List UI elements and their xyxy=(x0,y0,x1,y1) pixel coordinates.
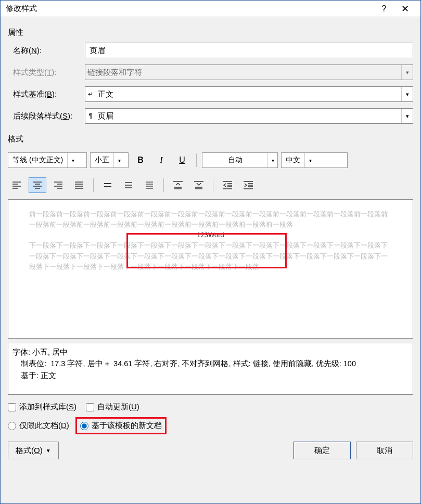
align-left-button[interactable] xyxy=(8,177,25,193)
following-style-combo[interactable]: ¶ 页眉 ▾ xyxy=(85,108,413,124)
font-size-value: 小五 xyxy=(91,156,113,165)
paragraph-icon: ↵ xyxy=(85,91,96,98)
auto-update-input[interactable] xyxy=(86,403,94,411)
indent-decrease-button[interactable] xyxy=(219,177,236,193)
line-spacing-1-button[interactable] xyxy=(99,177,117,193)
indent-decrease-icon xyxy=(222,180,233,190)
preview-sample-text: 123Word xyxy=(29,230,392,240)
style-preview: 前一段落前一段落前一段落前一段落前一段落前一段落前一段落前一段落前一段落前一段落… xyxy=(8,199,413,339)
linked-style-icon: ¶ xyxy=(85,112,96,120)
add-to-gallery-label: 添加到样式库(S) xyxy=(19,402,76,412)
underline-button[interactable]: U xyxy=(173,152,191,168)
format-toolbar-2 xyxy=(8,177,413,193)
style-type-value: 链接段落和字符 xyxy=(85,68,401,77)
only-this-doc-radio[interactable]: 仅限此文档(D) xyxy=(8,421,69,431)
space-before-increase-button[interactable] xyxy=(169,177,187,193)
add-to-gallery-checkbox[interactable]: 添加到样式库(S) xyxy=(8,402,76,412)
only-this-doc-label: 仅限此文档(D) xyxy=(19,421,69,431)
format-menu-button[interactable]: 格式(O) ▼ xyxy=(8,442,59,459)
section-format-label: 格式 xyxy=(8,134,413,144)
italic-button[interactable]: I xyxy=(152,152,170,168)
separator xyxy=(196,153,197,167)
titlebar: 修改样式 ? ✕ xyxy=(1,1,420,17)
space-before-up-icon xyxy=(172,180,184,190)
align-right-button[interactable] xyxy=(49,177,67,193)
font-size-combo[interactable]: 小五 ▾ xyxy=(90,152,129,168)
based-on-combo[interactable]: ↵ 正文 ▾ xyxy=(85,86,413,102)
style-type-combo: 链接段落和字符 ▾ xyxy=(85,64,413,80)
align-center-icon xyxy=(33,181,42,189)
based-on-template-radio[interactable]: 基于该模板的新文档 xyxy=(80,421,162,431)
section-properties-label: 属性 xyxy=(8,28,413,37)
spacing-single-icon xyxy=(103,181,112,189)
line-spacing-2-button[interactable] xyxy=(141,177,158,193)
spacing-double-icon xyxy=(145,181,154,189)
indent-increase-icon xyxy=(243,180,254,190)
based-on-label: 样式基准(B): xyxy=(8,89,85,99)
style-type-label: 样式类型(T): xyxy=(8,68,85,77)
only-this-doc-input[interactable] xyxy=(8,422,16,430)
font-name-value: 等线 (中文正文) xyxy=(8,156,67,165)
add-to-gallery-input[interactable] xyxy=(8,403,16,411)
line-spacing-1-5-button[interactable] xyxy=(120,177,137,193)
chevron-down-icon: ▾ xyxy=(267,153,277,167)
preview-prev-text: 前一段落前一段落前一段落前一段落前一段落前一段落前一段落前一段落前一段落前一段落… xyxy=(29,209,392,230)
based-on-template-label: 基于该模板的新文档 xyxy=(92,421,162,431)
font-lang-value: 中文 xyxy=(282,156,304,165)
align-justify-icon xyxy=(74,181,84,189)
annotation-highlight-box-2: 基于该模板的新文档 xyxy=(75,417,167,434)
chevron-down-icon: ▾ xyxy=(304,153,316,167)
font-name-combo[interactable]: 等线 (中文正文) ▾ xyxy=(8,152,87,168)
modify-style-dialog: 修改样式 ? ✕ 属性 名称(N): 样式类型(T): 链接段落和字符 ▾ 样式… xyxy=(0,0,421,504)
chevron-down-icon: ▼ xyxy=(46,448,51,454)
close-button[interactable]: ✕ xyxy=(394,3,415,15)
spacing-half-icon xyxy=(124,181,133,189)
based-on-value: 正文 xyxy=(96,89,401,99)
name-input[interactable] xyxy=(85,43,413,58)
chevron-down-icon: ▾ xyxy=(401,109,413,123)
space-before-down-icon xyxy=(193,180,205,190)
desc-line-1: 字体: 小五, 居中 xyxy=(12,346,409,358)
align-justify-button[interactable] xyxy=(70,177,88,193)
separator xyxy=(213,178,213,192)
align-right-icon xyxy=(54,181,63,189)
based-on-template-input[interactable] xyxy=(80,422,88,430)
format-menu-label: 格式(O) xyxy=(16,446,43,456)
font-color-value: 自动 xyxy=(202,156,267,165)
desc-line-3: 基于: 正文 xyxy=(12,370,409,381)
dialog-title: 修改样式 xyxy=(6,4,374,14)
name-label: 名称(N): xyxy=(8,46,85,56)
bold-button[interactable]: B xyxy=(132,152,149,168)
cancel-button[interactable]: 取消 xyxy=(356,442,413,459)
font-lang-combo[interactable]: 中文 ▾ xyxy=(281,152,348,168)
font-color-combo[interactable]: 自动 ▾ xyxy=(202,152,278,168)
following-style-value: 页眉 xyxy=(96,111,401,121)
space-before-decrease-button[interactable] xyxy=(190,177,208,193)
separator xyxy=(163,178,164,192)
separator xyxy=(93,178,94,192)
style-description: 字体: 小五, 居中 制表位: 17.3 字符, 居中 + 34.61 字符, … xyxy=(8,343,413,395)
chevron-down-icon: ▾ xyxy=(401,87,413,101)
chevron-down-icon: ▾ xyxy=(401,65,413,80)
align-center-button[interactable] xyxy=(29,177,46,193)
auto-update-label: 自动更新(U) xyxy=(97,402,139,412)
chevron-down-icon: ▾ xyxy=(67,153,79,167)
preview-next-text: 下一段落下一段落下一段落下一段落下一段落下一段落下一段落下一段落下一段落下一段落… xyxy=(29,240,392,272)
following-style-label: 后续段落样式(S): xyxy=(8,111,85,121)
format-toolbar-1: 等线 (中文正文) ▾ 小五 ▾ B I U 自动 ▾ 中文 ▾ xyxy=(8,152,413,168)
indent-increase-button[interactable] xyxy=(239,177,257,193)
desc-line-2: 制表位: 17.3 字符, 居中 + 34.61 字符, 右对齐, 不对齐到网格… xyxy=(12,358,409,369)
align-left-icon xyxy=(12,181,21,189)
auto-update-checkbox[interactable]: 自动更新(U) xyxy=(86,402,139,412)
ok-button[interactable]: 确定 xyxy=(294,442,351,459)
help-button[interactable]: ? xyxy=(374,4,394,14)
chevron-down-icon: ▾ xyxy=(113,153,125,167)
